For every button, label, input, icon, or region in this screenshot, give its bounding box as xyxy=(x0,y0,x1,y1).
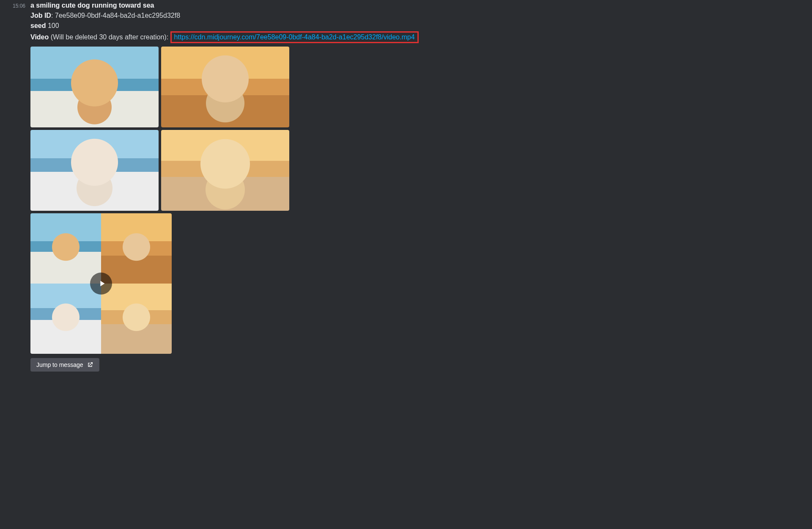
video-note: (Will be deleted 30 days after creation)… xyxy=(51,33,168,41)
video-quad-1 xyxy=(30,213,101,284)
message: 15:06 a smiling cute dog running toward … xyxy=(0,0,812,372)
timestamp: 15:06 xyxy=(7,1,25,372)
video-preview[interactable] xyxy=(30,213,172,354)
job-id-value: 7ee58e09-0bdf-4a84-ba2d-a1ec295d32f8 xyxy=(55,12,180,19)
jump-to-message-label: Jump to message xyxy=(36,361,83,368)
image-thumbnail-1[interactable] xyxy=(30,47,159,127)
image-grid xyxy=(30,47,812,211)
video-line: Video (Will be deleted 30 days after cre… xyxy=(30,31,812,43)
image-thumbnail-4[interactable] xyxy=(161,130,289,211)
video-quad-3 xyxy=(30,284,101,354)
video-quad-4 xyxy=(101,284,172,354)
seed-line: seed 100 xyxy=(30,21,812,30)
video-quad-2 xyxy=(101,213,172,284)
play-button[interactable] xyxy=(90,273,112,295)
play-icon xyxy=(97,279,107,288)
prompt-text: a smiling cute dog running toward sea xyxy=(30,1,812,10)
jump-to-message-button[interactable]: Jump to message xyxy=(30,358,99,372)
job-id-label: Job ID xyxy=(30,12,51,19)
message-content: a smiling cute dog running toward sea Jo… xyxy=(25,1,812,372)
seed-value: 100 xyxy=(48,22,59,29)
image-thumbnail-3[interactable] xyxy=(30,130,159,211)
video-label: Video xyxy=(30,33,49,41)
job-id-line: Job ID: 7ee58e09-0bdf-4a84-ba2d-a1ec295d… xyxy=(30,11,812,20)
image-thumbnail-2[interactable] xyxy=(161,47,289,127)
video-url-link[interactable]: https://cdn.midjourney.com/7ee58e09-0bdf… xyxy=(170,31,419,43)
seed-label: seed xyxy=(30,22,46,29)
open-external-icon xyxy=(87,361,93,368)
